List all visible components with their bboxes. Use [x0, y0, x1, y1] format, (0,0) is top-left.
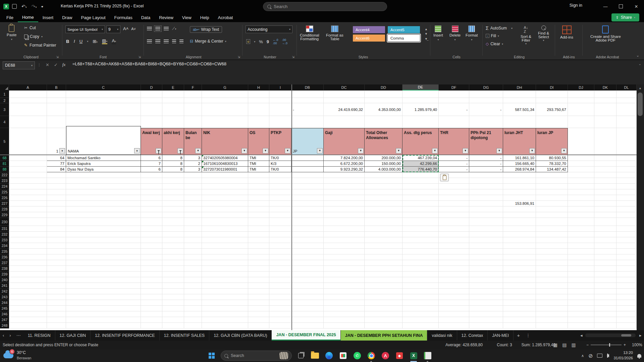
cell-DJ241[interactable] [568, 283, 594, 289]
column-header-DH[interactable]: DH [503, 84, 536, 90]
cell-DL233[interactable] [616, 237, 637, 243]
cell-F223[interactable] [184, 178, 202, 184]
cell-G81[interactable]: 1671061004830013 [202, 161, 248, 167]
weather-widget[interactable]: 6 30°CBerawan [3, 350, 31, 361]
cell-DD246[interactable] [365, 311, 402, 317]
row-header-244[interactable]: 244 [0, 300, 9, 306]
cell-DH233[interactable] [503, 237, 536, 243]
cell-DB244[interactable] [291, 300, 324, 306]
cell-DE222[interactable] [402, 172, 439, 178]
filter-dropdown-F5[interactable]: ▾ [195, 148, 201, 154]
cell-F241[interactable] [184, 283, 202, 289]
cell-DF81[interactable]: - [439, 161, 469, 167]
cell-F226[interactable] [184, 195, 202, 201]
cell-DB238[interactable] [291, 266, 324, 272]
cell-DI244[interactable] [536, 300, 568, 306]
column-header-DF[interactable]: DF [439, 84, 469, 90]
cell-DC235[interactable] [324, 249, 365, 254]
cell-DH238[interactable] [503, 266, 536, 272]
cell-A237[interactable] [9, 260, 47, 266]
insert-cells-button[interactable]: Insert▾ [433, 25, 443, 41]
cell-I238[interactable] [269, 266, 291, 272]
cell-E230[interactable] [162, 218, 184, 226]
start-button[interactable] [207, 351, 217, 361]
cell-DH231[interactable] [503, 226, 536, 232]
cell-DK2[interactable] [594, 98, 616, 103]
cell-DK1[interactable] [594, 90, 616, 98]
cell-DL225[interactable] [616, 189, 637, 195]
header-cell-I5[interactable]: PTKP▾ [269, 128, 291, 155]
cell-C222[interactable] [66, 172, 141, 178]
cell-DL226[interactable] [616, 195, 637, 201]
column-header-DG[interactable]: DG [469, 84, 503, 90]
zoom-slider[interactable] [591, 345, 622, 345]
adobe-pdf-button[interactable]: Create and ShareAdobe PDF [590, 25, 621, 42]
cell-DF2[interactable] [439, 98, 469, 103]
cell-A232[interactable] [9, 232, 47, 237]
cell-DH244[interactable] [503, 300, 536, 306]
cell-H245[interactable] [248, 306, 269, 311]
cell-DI228[interactable] [536, 206, 568, 212]
tray-notification-icon[interactable] [637, 354, 641, 358]
cell-B237[interactable] [47, 260, 66, 266]
cell-F81[interactable]: 2 [184, 161, 202, 167]
new-sheet-button[interactable]: + [514, 333, 523, 338]
cell-DD224[interactable] [365, 184, 402, 189]
cell-DB232[interactable] [291, 232, 324, 237]
cell-G223[interactable] [202, 178, 248, 184]
cell-D229[interactable] [141, 212, 162, 218]
accounting-format-icon[interactable]: ¤ [246, 39, 250, 44]
cell-DH225[interactable] [503, 189, 536, 195]
cell-C243[interactable] [66, 294, 141, 300]
cell-B232[interactable] [47, 232, 66, 237]
cell-DD245[interactable] [365, 306, 402, 311]
row-header-88[interactable]: 88 [0, 167, 9, 172]
cell-DC230[interactable] [324, 218, 365, 226]
cell-DH1[interactable] [503, 90, 536, 98]
row-header-224[interactable]: 224 [0, 184, 9, 189]
cell-C244[interactable] [66, 300, 141, 306]
cell-I247[interactable] [269, 317, 291, 323]
cell-DI229[interactable] [536, 212, 568, 218]
cell-DE243[interactable] [402, 294, 439, 300]
cell-B242[interactable] [47, 289, 66, 294]
cell-F68[interactable]: 3 [184, 155, 202, 161]
font-dialog-launcher-icon[interactable]: ⇲ [138, 55, 141, 59]
cell-DE248[interactable] [402, 323, 439, 328]
sheet-options-icon[interactable]: ⋮ [523, 333, 533, 338]
sheet-tab-12-insentif-sales[interactable]: 12. INSENTIF SALES [160, 330, 210, 341]
cell-DF235[interactable] [439, 249, 469, 254]
cell-D223[interactable] [141, 178, 162, 184]
cell-DJ4[interactable] [568, 116, 594, 128]
cell-A2[interactable] [9, 98, 47, 103]
cell-DH88[interactable]: 268.974,84 [503, 167, 536, 172]
column-header-B[interactable]: B [47, 84, 66, 90]
cell-H230[interactable] [248, 218, 269, 226]
cell-DG234[interactable] [469, 243, 503, 249]
cell-B248[interactable] [47, 323, 66, 328]
cut-button[interactable]: ✂Cut [24, 25, 36, 30]
cell-DD228[interactable] [365, 206, 402, 212]
cell-DD225[interactable] [365, 189, 402, 195]
cell-DB1[interactable] [291, 90, 324, 98]
cell-DD235[interactable] [365, 249, 402, 254]
cell-DC236[interactable] [324, 254, 365, 260]
increase-decimal-icon[interactable]: ←.0.00 [273, 38, 278, 45]
cell-DD4[interactable] [365, 116, 402, 128]
paste-button[interactable]: Paste▾ [7, 25, 16, 41]
align-middle-icon[interactable] [155, 27, 160, 31]
cell-DJ237[interactable] [568, 260, 594, 266]
font-name-select[interactable]: Segoe UI Symbol▾ [65, 25, 105, 33]
sheet-tab-12-gaji-cbn-data-baru-[interactable]: 12. GAJI CBN (DATA BARU) [209, 330, 272, 341]
name-box[interactable]: DE68▾ [3, 61, 35, 69]
cell-G224[interactable] [202, 184, 248, 189]
cell-DJ233[interactable] [568, 237, 594, 243]
close-button[interactable]: ✕ [629, 0, 644, 13]
cell-DC3[interactable]: 24.419.690,32 [324, 103, 365, 116]
alignment-dialog-launcher-icon[interactable]: ⇲ [237, 55, 240, 59]
cell-DB246[interactable] [291, 311, 324, 317]
cell-DJ234[interactable] [568, 243, 594, 249]
cell-A236[interactable] [9, 254, 47, 260]
cell-DJ244[interactable] [568, 300, 594, 306]
cell-C81[interactable]: Erick Saputra [66, 161, 141, 167]
